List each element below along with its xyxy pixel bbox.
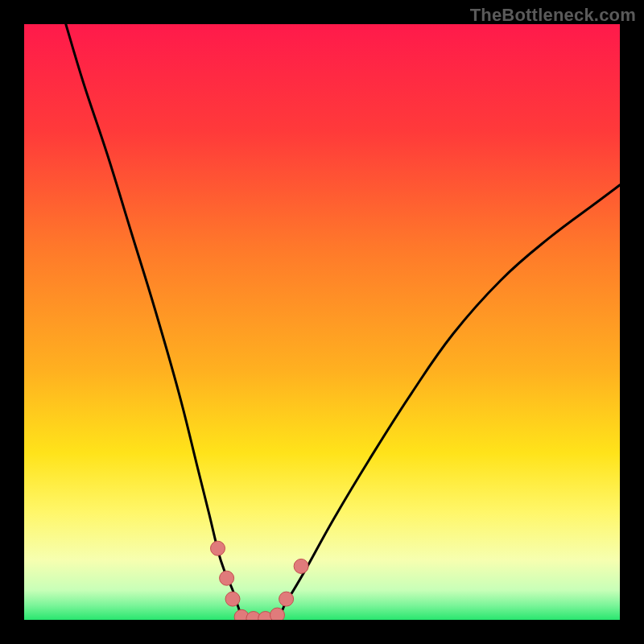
valley-marker <box>279 592 294 606</box>
plot-area <box>24 24 620 620</box>
valley-marker <box>211 541 225 555</box>
attribution-text: TheBottleneck.com <box>470 5 636 26</box>
valley-marker <box>220 571 234 585</box>
valley-marker <box>225 592 240 606</box>
chart-svg <box>24 24 620 620</box>
valley-marker <box>270 608 285 620</box>
outer-frame: TheBottleneck.com <box>0 0 644 644</box>
valley-marker <box>294 559 308 573</box>
gradient-background <box>24 24 620 620</box>
